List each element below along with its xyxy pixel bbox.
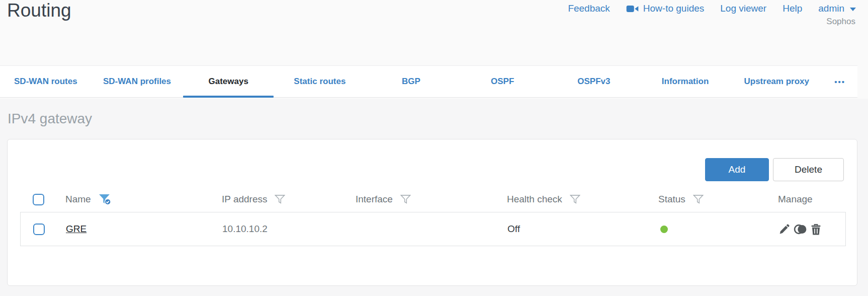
- select-all-checkbox[interactable]: [33, 194, 44, 205]
- column-label: Manage: [778, 194, 813, 205]
- tab-label: OSPFv3: [577, 77, 610, 87]
- tab-label: SD-WAN profiles: [103, 77, 171, 87]
- add-button[interactable]: Add: [705, 158, 769, 181]
- column-header-name: Name: [65, 194, 222, 205]
- admin-menu[interactable]: admin: [818, 3, 856, 14]
- tab-label: Static routes: [294, 77, 345, 87]
- page-title: Routing: [7, 0, 71, 21]
- filter-icon[interactable]: [275, 194, 285, 204]
- tab-label: Upstream proxy: [744, 77, 809, 87]
- column-header-ip: IP address: [222, 194, 356, 205]
- status-cell: [659, 226, 778, 233]
- howto-guides-label: How-to guides: [643, 3, 704, 14]
- tab-sdwan-profiles[interactable]: SD-WAN profiles: [92, 66, 183, 97]
- column-label: Status: [658, 194, 685, 205]
- top-header: Routing Feedback How-to guides Log viewe…: [0, 0, 868, 65]
- gateway-name-cell: GRE: [66, 224, 222, 235]
- tab-information[interactable]: Information: [640, 66, 731, 97]
- header-checkbox-cell: [20, 194, 65, 205]
- howto-guides-link[interactable]: How-to guides: [626, 3, 704, 14]
- gateway-table: Name IP address: [20, 187, 846, 246]
- delete-trash-icon[interactable]: [811, 224, 821, 235]
- filter-active-icon[interactable]: [99, 194, 111, 205]
- tab-gateways[interactable]: Gateways: [183, 66, 274, 97]
- help-link[interactable]: Help: [783, 3, 802, 14]
- table-row: GRE 10.10.10.2 Off: [20, 212, 846, 246]
- column-header-health-check: Health check: [507, 194, 658, 205]
- tab-bar: SD-WAN routes SD-WAN profiles Gateways S…: [0, 65, 857, 98]
- help-label: Help: [783, 3, 802, 14]
- tab-sdwan-routes[interactable]: SD-WAN routes: [0, 66, 92, 97]
- column-label: IP address: [222, 194, 267, 205]
- health-check-cell: Off: [507, 224, 659, 235]
- edit-pencil-icon[interactable]: [778, 224, 790, 235]
- column-label: Health check: [507, 194, 562, 205]
- section-title: IPv4 gateway: [8, 111, 92, 127]
- tab-label: BGP: [402, 77, 420, 87]
- filter-icon[interactable]: [570, 194, 580, 204]
- active-tab-underline: [183, 96, 274, 98]
- column-header-manage: Manage: [778, 194, 846, 205]
- more-tabs-button[interactable]: •••: [822, 66, 857, 97]
- clone-icon[interactable]: [794, 224, 807, 235]
- feedback-label: Feedback: [568, 3, 610, 14]
- delete-button[interactable]: Delete: [773, 158, 844, 181]
- panel-toolbar: Add Delete: [705, 158, 844, 181]
- video-camera-icon: [626, 5, 639, 13]
- tab-label: OSPF: [491, 77, 514, 87]
- column-label: Name: [65, 194, 91, 205]
- tab-upstream-proxy[interactable]: Upstream proxy: [731, 66, 822, 97]
- row-checkbox-cell: [21, 224, 66, 235]
- tab-bgp[interactable]: BGP: [366, 66, 457, 97]
- column-label: Interface: [356, 194, 393, 205]
- filter-icon[interactable]: [693, 194, 704, 204]
- feedback-link[interactable]: Feedback: [568, 3, 610, 14]
- admin-label: admin: [818, 3, 844, 14]
- tab-ospfv3[interactable]: OSPFv3: [548, 66, 640, 97]
- tab-label: Information: [662, 77, 709, 87]
- filter-icon[interactable]: [400, 194, 411, 204]
- column-header-status: Status: [658, 194, 778, 205]
- ellipsis-icon: •••: [834, 78, 845, 86]
- tab-label: SD-WAN routes: [14, 77, 77, 87]
- tab-static-routes[interactable]: Static routes: [274, 66, 366, 97]
- manage-cell: [778, 224, 845, 235]
- log-viewer-label: Log viewer: [720, 3, 766, 14]
- gateway-name-link[interactable]: GRE: [66, 224, 86, 235]
- status-up-indicator: [660, 226, 668, 233]
- vendor-label: Sophos: [826, 17, 855, 27]
- tab-ospf[interactable]: OSPF: [457, 66, 548, 97]
- tab-label: Gateways: [208, 77, 248, 87]
- ip-address-cell: 10.10.10.2: [222, 224, 356, 235]
- column-header-interface: Interface: [356, 194, 507, 205]
- row-checkbox[interactable]: [33, 224, 45, 235]
- chevron-down-icon: [850, 8, 856, 11]
- ipv4-gateway-panel: Add Delete Name: [7, 139, 857, 286]
- table-header-row: Name IP address: [20, 187, 846, 212]
- header-links: Feedback How-to guides Log viewer Help a…: [568, 3, 856, 14]
- log-viewer-link[interactable]: Log viewer: [720, 3, 766, 14]
- content-area: IPv4 gateway Add Delete Name: [0, 99, 868, 296]
